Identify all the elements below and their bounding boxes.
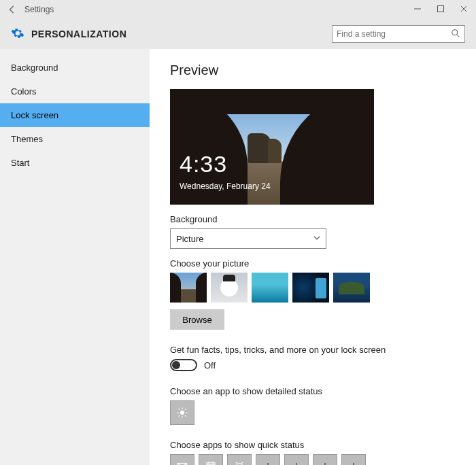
- content: Preview 4:33 Wednesday, February 24 Back…: [150, 49, 476, 465]
- minimize-button[interactable]: [411, 5, 424, 15]
- quick-status-app-alarm[interactable]: [227, 454, 252, 465]
- svg-line-10: [185, 415, 186, 417]
- search-input[interactable]: [337, 29, 451, 39]
- search-icon: [451, 29, 460, 40]
- svg-point-4: [180, 411, 184, 415]
- quick-status-add-3[interactable]: +: [313, 454, 337, 465]
- picture-thumb-3[interactable]: [252, 273, 288, 303]
- quick-status-add-1[interactable]: +: [256, 454, 280, 465]
- background-label: Background: [170, 214, 456, 224]
- preview-heading: Preview: [170, 63, 456, 78]
- quick-status-add-4[interactable]: +: [341, 454, 366, 465]
- picture-thumb-5[interactable]: [333, 273, 370, 303]
- detailed-status-label: Choose an app to show detailed status: [170, 386, 456, 396]
- maximize-button[interactable]: [434, 5, 447, 15]
- quick-status-add-2[interactable]: +: [284, 454, 309, 465]
- sidebar-item-lock-screen[interactable]: Lock screen: [0, 103, 150, 127]
- fun-facts-label: Get fun facts, tips, tricks, and more on…: [170, 345, 456, 355]
- titlebar: Settings: [0, 0, 476, 19]
- gear-icon: [11, 27, 24, 42]
- fun-facts-toggle[interactable]: [170, 359, 197, 371]
- back-button[interactable]: [5, 3, 19, 16]
- svg-rect-1: [438, 5, 444, 12]
- svg-line-11: [178, 415, 180, 417]
- browse-button[interactable]: Browse: [170, 309, 224, 330]
- svg-line-9: [178, 409, 180, 410]
- picture-thumb-2[interactable]: [211, 273, 248, 303]
- lock-screen-preview: 4:33 Wednesday, February 24: [170, 89, 374, 205]
- header: PERSONALIZATION: [0, 19, 476, 49]
- quick-status-app-calendar[interactable]: [199, 454, 223, 465]
- sidebar-item-colors[interactable]: Colors: [0, 80, 150, 103]
- chevron-down-icon: [313, 235, 320, 243]
- svg-line-3: [457, 34, 460, 37]
- detailed-status-app-weather[interactable]: [170, 400, 194, 425]
- background-value: Picture: [176, 234, 203, 244]
- close-button[interactable]: [457, 5, 471, 15]
- choose-picture-label: Choose your picture: [170, 258, 456, 269]
- sidebar-item-start[interactable]: Start: [0, 151, 150, 175]
- quick-status-label: Choose apps to show quick status: [170, 440, 456, 450]
- svg-line-22: [241, 462, 243, 464]
- picture-thumbnails: [170, 273, 456, 303]
- preview-date: Wednesday, February 24: [180, 182, 271, 191]
- quick-status-app-mail[interactable]: [170, 454, 194, 465]
- sidebar: Background Colors Lock screen Themes Sta…: [0, 49, 150, 465]
- picture-thumb-4[interactable]: [292, 273, 329, 303]
- background-dropdown[interactable]: Picture: [170, 228, 326, 249]
- sidebar-item-themes[interactable]: Themes: [0, 127, 150, 151]
- fun-facts-state: Off: [204, 360, 216, 371]
- search-box[interactable]: [332, 25, 465, 43]
- svg-point-2: [452, 29, 458, 35]
- window-title: Settings: [24, 5, 411, 14]
- svg-line-12: [185, 409, 186, 410]
- svg-line-21: [236, 462, 237, 464]
- page-title: PERSONALIZATION: [31, 29, 332, 39]
- picture-thumb-1[interactable]: [170, 273, 207, 303]
- preview-time: 4:33: [180, 151, 227, 177]
- window-controls: [411, 5, 471, 15]
- sidebar-item-background[interactable]: Background: [0, 56, 150, 80]
